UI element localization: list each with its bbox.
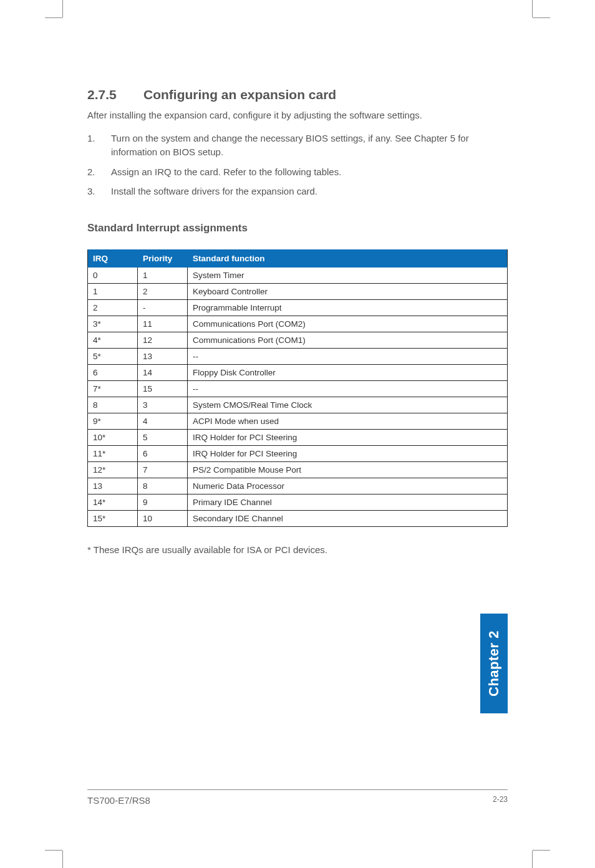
table-row: 7*15-- [88, 381, 508, 397]
step-number: 2. [87, 165, 111, 179]
table-row: 3*11Communications Port (COM2) [88, 316, 508, 332]
cell-priority: 4 [138, 413, 188, 430]
th-function: Standard function [188, 250, 508, 268]
step-item: 2. Assign an IRQ to the card. Refer to t… [87, 165, 508, 179]
cell-priority: 14 [138, 365, 188, 381]
step-number: 1. [87, 132, 111, 159]
cell-func: Floppy Disk Controller [188, 365, 508, 381]
crop-mark [45, 850, 62, 851]
table-row: 01System Timer [88, 268, 508, 284]
section-intro: After installing the expansion card, con… [87, 109, 508, 122]
section-heading: 2.7.5Configuring an expansion card [87, 87, 508, 102]
cell-irq: 7* [88, 381, 138, 397]
table-row: 83System CMOS/Real Time Clock [88, 397, 508, 413]
footer-model: TS700-E7/RS8 [87, 795, 150, 806]
cell-priority: - [138, 300, 188, 316]
step-item: 3. Install the software drivers for the … [87, 185, 508, 198]
cell-func: Secondary IDE Channel [188, 511, 508, 527]
table-row: 11*6IRQ Holder for PCI Steering [88, 446, 508, 462]
cell-func: Primary IDE Channel [188, 494, 508, 511]
cell-func: Numeric Data Processor [188, 478, 508, 494]
table-header-row: IRQ Priority Standard function [88, 250, 508, 268]
table-footnote: * These IRQs are usually available for I… [87, 544, 508, 555]
crop-mark [533, 850, 550, 851]
cell-irq: 2 [88, 300, 138, 316]
table-row: 14*9Primary IDE Channel [88, 494, 508, 511]
cell-irq: 9* [88, 413, 138, 430]
cell-priority: 5 [138, 430, 188, 446]
cell-irq: 3* [88, 316, 138, 332]
cell-irq: 4* [88, 332, 138, 349]
table-row: 4*12Communications Port (COM1) [88, 332, 508, 349]
cell-priority: 3 [138, 397, 188, 413]
table-row: 9*4ACPI Mode when used [88, 413, 508, 430]
cell-irq: 14* [88, 494, 138, 511]
cell-priority: 8 [138, 478, 188, 494]
cell-priority: 10 [138, 511, 188, 527]
crop-mark [62, 0, 63, 17]
cell-priority: 15 [138, 381, 188, 397]
cell-irq: 8 [88, 397, 138, 413]
cell-func: Keyboard Controller [188, 284, 508, 300]
cell-irq: 10* [88, 430, 138, 446]
irq-table: IRQ Priority Standard function 01System … [87, 249, 508, 527]
cell-func: IRQ Holder for PCI Steering [188, 430, 508, 446]
crop-mark [532, 0, 533, 17]
subheading: Standard Interrupt assignments [87, 222, 508, 234]
chapter-tab-label: Chapter 2 [486, 630, 502, 697]
cell-irq: 1 [88, 284, 138, 300]
cell-priority: 11 [138, 316, 188, 332]
step-text: Install the software drivers for the exp… [111, 185, 508, 198]
cell-priority: 13 [138, 349, 188, 365]
cell-priority: 2 [138, 284, 188, 300]
cell-func: IRQ Holder for PCI Steering [188, 446, 508, 462]
cell-func: PS/2 Compatible Mouse Port [188, 462, 508, 478]
cell-irq: 11* [88, 446, 138, 462]
step-item: 1. Turn on the system and change the nec… [87, 132, 508, 159]
table-row: 138Numeric Data Processor [88, 478, 508, 494]
crop-mark [532, 851, 533, 868]
cell-func: System Timer [188, 268, 508, 284]
cell-irq: 0 [88, 268, 138, 284]
cell-irq: 13 [88, 478, 138, 494]
crop-mark [533, 17, 550, 18]
table-row: 614Floppy Disk Controller [88, 365, 508, 381]
cell-irq: 5* [88, 349, 138, 365]
table-row: 5*13-- [88, 349, 508, 365]
step-number: 3. [87, 185, 111, 198]
table-row: 2-Programmable Interrupt [88, 300, 508, 316]
table-row: 10*5IRQ Holder for PCI Steering [88, 430, 508, 446]
cell-priority: 1 [138, 268, 188, 284]
step-text: Assign an IRQ to the card. Refer to the … [111, 165, 508, 179]
cell-func: Communications Port (COM1) [188, 332, 508, 349]
section-number: 2.7.5 [87, 87, 143, 102]
table-row: 12*7PS/2 Compatible Mouse Port [88, 462, 508, 478]
chapter-tab: Chapter 2 [480, 614, 508, 713]
table-row: 12Keyboard Controller [88, 284, 508, 300]
cell-func: Communications Port (COM2) [188, 316, 508, 332]
cell-priority: 6 [138, 446, 188, 462]
table-row: 15*10Secondary IDE Channel [88, 511, 508, 527]
cell-irq: 6 [88, 365, 138, 381]
footer-page-number: 2-23 [493, 795, 508, 806]
th-irq: IRQ [88, 250, 138, 268]
cell-func: -- [188, 381, 508, 397]
crop-mark [45, 17, 62, 18]
cell-func: System CMOS/Real Time Clock [188, 397, 508, 413]
cell-priority: 7 [138, 462, 188, 478]
cell-irq: 12* [88, 462, 138, 478]
step-text: Turn on the system and change the necess… [111, 132, 508, 159]
page-content: 2.7.5Configuring an expansion card After… [87, 87, 508, 806]
cell-func: ACPI Mode when used [188, 413, 508, 430]
page-footer: TS700-E7/RS8 2-23 [87, 789, 508, 806]
cell-func: -- [188, 349, 508, 365]
cell-priority: 12 [138, 332, 188, 349]
th-priority: Priority [138, 250, 188, 268]
crop-mark [62, 851, 63, 868]
cell-priority: 9 [138, 494, 188, 511]
cell-func: Programmable Interrupt [188, 300, 508, 316]
cell-irq: 15* [88, 511, 138, 527]
section-title: Configuring an expansion card [143, 87, 336, 102]
